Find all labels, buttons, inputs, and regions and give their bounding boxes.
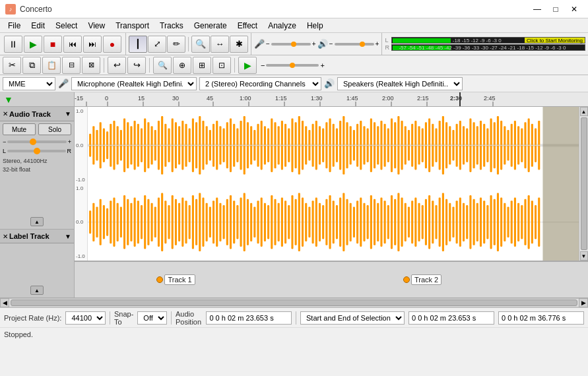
play-button[interactable]: ▶	[24, 36, 42, 53]
svg-rect-270	[459, 197, 461, 247]
svg-rect-283	[504, 203, 506, 241]
input-gain-slider[interactable]	[271, 43, 311, 46]
svg-rect-192	[192, 195, 194, 249]
v-scrollbar[interactable]: ▲ ▼	[579, 107, 588, 261]
redo-button[interactable]: ↪	[127, 57, 146, 74]
label-text-1[interactable]: Track 1	[164, 274, 195, 285]
menu-analyze[interactable]: Analyze	[263, 20, 302, 32]
scroll-right-btn[interactable]: ▶	[579, 298, 588, 307]
svg-text:15: 15	[138, 95, 145, 102]
h-scroll-thumb[interactable]	[11, 299, 577, 306]
selection-end-input[interactable]	[498, 311, 584, 325]
label-track-menu[interactable]: ▼	[65, 233, 71, 240]
track-format: Stereo, 44100Hz32-bit float	[3, 158, 48, 173]
paste-button[interactable]: 📋	[42, 57, 61, 74]
v-scroll-thumb[interactable]	[581, 117, 587, 250]
label-item-1[interactable]: Track 1	[156, 274, 195, 285]
audio-track-header: ✕ Audio Track ▼	[0, 107, 74, 121]
cut-button[interactable]: ✂	[3, 57, 21, 74]
audio-pos-input[interactable]	[206, 311, 292, 325]
zoom-fit-button[interactable]: ⊞	[193, 57, 211, 74]
menu-effect[interactable]: Effect	[232, 20, 263, 32]
minus-speed-icon: −	[261, 61, 265, 69]
maximize-button[interactable]: □	[547, 3, 564, 16]
audio-track-menu[interactable]: ▼	[65, 110, 71, 117]
output-gain-slider[interactable]	[335, 43, 374, 46]
scroll-left-btn[interactable]: ◀	[0, 298, 9, 307]
svg-rect-239	[353, 206, 355, 237]
copy-button[interactable]: ⧉	[22, 57, 41, 74]
start-monitoring-button[interactable]: Click to Start Monitoring	[525, 38, 585, 43]
project-rate-select[interactable]: 44100	[65, 311, 106, 325]
toolbar-row2: ✂ ⧉ 📋 ⊟ ⊠ ↩ ↪ 🔍 ⊕ ⊞ ⊡ ▶ − +	[0, 55, 588, 75]
envelope-tool-button[interactable]: ⤢	[148, 36, 166, 53]
separator-1	[110, 311, 110, 325]
zoom-normal-button[interactable]: ⊕	[173, 57, 191, 74]
svg-rect-223	[298, 193, 300, 251]
pan-slider[interactable]	[7, 150, 65, 152]
menu-edit[interactable]: Edit	[26, 20, 50, 32]
input-gain-thumb[interactable]	[291, 42, 296, 47]
stop-button[interactable]: ■	[44, 36, 62, 53]
svg-rect-175	[134, 197, 136, 247]
undo-button[interactable]: ↩	[108, 57, 126, 74]
scroll-down-btn[interactable]: ▼	[580, 251, 588, 261]
output-device-select[interactable]: Speakers (Realtek High Definiti...	[337, 77, 463, 90]
audio-waveform-area[interactable]: 1.0 0.0 -1.0 1.0 0.0 -1.0	[75, 107, 588, 261]
minimize-button[interactable]: —	[529, 3, 546, 16]
menu-generate[interactable]: Generate	[189, 20, 232, 32]
svg-rect-197	[209, 206, 211, 237]
channels-select[interactable]: 2 (Stereo) Recording Channels	[199, 77, 321, 90]
label-track-close[interactable]: ✕	[3, 233, 8, 240]
collapse-button[interactable]: ▲	[30, 217, 44, 226]
speed-thumb[interactable]	[290, 63, 295, 68]
svg-rect-254	[405, 203, 407, 241]
menu-help[interactable]: Help	[302, 20, 329, 32]
close-button[interactable]: ✕	[566, 3, 583, 16]
label-item-2[interactable]: Track 2	[403, 274, 441, 285]
menu-select[interactable]: Select	[50, 20, 82, 32]
zoom-sel-button[interactable]: ⊡	[212, 57, 231, 74]
snap-to-select[interactable]: Off	[137, 311, 167, 325]
vu-R-reading: -57 -54 -51 -48 -45 -42 -39 -36 -33 -30 …	[399, 45, 566, 51]
record-button[interactable]: ●	[103, 36, 121, 53]
speed-slider[interactable]	[266, 64, 319, 67]
mute-button[interactable]: Mute	[3, 123, 36, 135]
zoom-out-button[interactable]: 🔍	[153, 57, 172, 74]
play-tb-button[interactable]: ▶	[238, 57, 257, 74]
skip-back-button[interactable]: ⏮	[63, 36, 82, 53]
svg-rect-216	[274, 199, 276, 245]
label-track-content[interactable]: Track 1 Track 2	[75, 261, 588, 298]
menu-file[interactable]: File	[3, 20, 26, 32]
gain-slider[interactable]	[7, 141, 66, 143]
input-device-select[interactable]: Microphone (Realtek High Defini...)	[71, 77, 197, 90]
label-text-2[interactable]: Track 2	[411, 274, 441, 285]
output-gain-thumb[interactable]	[360, 42, 365, 47]
timeshift-button[interactable]: ✱	[230, 36, 248, 53]
multi-button[interactable]: ↔	[211, 36, 229, 53]
menu-transport[interactable]: Transport	[110, 20, 154, 32]
ruler-ticks[interactable]: -15 0 15 30 45 1:00 1:15 1:30 1:45 2:00 …	[75, 92, 588, 106]
host-select[interactable]: MME	[3, 77, 55, 90]
pause-button[interactable]: ⏸	[4, 36, 22, 53]
scroll-up-btn[interactable]: ▲	[580, 107, 588, 116]
solo-button[interactable]: Solo	[38, 123, 71, 135]
skip-forward-button[interactable]: ⏭	[83, 36, 102, 53]
svg-rect-167	[106, 208, 108, 236]
svg-text:2:15: 2:15	[417, 95, 429, 102]
silence-button[interactable]: ⊠	[82, 57, 100, 74]
menu-view[interactable]: View	[82, 20, 110, 32]
audio-track-close[interactable]: ✕	[3, 110, 8, 117]
label-collapse-button[interactable]: ▲	[30, 286, 44, 295]
draw-tool-button[interactable]: ✏	[167, 36, 185, 53]
selection-mode-select[interactable]: Start and End of Selection	[300, 311, 405, 325]
pan-thumb[interactable]	[34, 148, 40, 154]
select-tool-button[interactable]: ┃	[129, 36, 147, 53]
scale-0.0-bottom: 0.0	[76, 219, 86, 225]
menu-tracks[interactable]: Tracks	[154, 20, 189, 32]
trim-button[interactable]: ⊟	[62, 57, 81, 74]
tool-buttons: ┃ ⤢ ✏ 🔍 ↔ ✱	[126, 33, 251, 55]
selection-start-input[interactable]	[408, 311, 494, 325]
zoom-in-button[interactable]: 🔍	[191, 36, 210, 53]
gain-thumb[interactable]	[30, 139, 36, 145]
